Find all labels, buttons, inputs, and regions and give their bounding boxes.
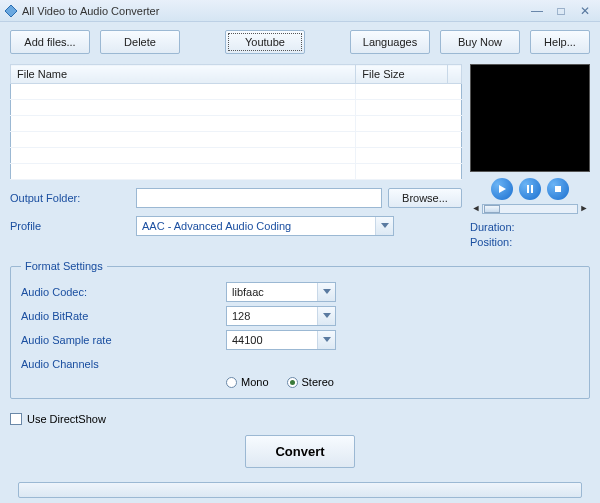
sample-rate-label: Audio Sample rate	[21, 334, 226, 346]
svg-marker-2	[499, 185, 506, 193]
format-settings-legend: Format Settings	[21, 260, 107, 272]
youtube-button[interactable]: Youtube	[225, 30, 305, 54]
table-row	[11, 164, 462, 180]
progress-bar	[18, 482, 582, 498]
file-list-table[interactable]: File Name File Size	[10, 64, 462, 180]
chevron-down-icon[interactable]	[375, 217, 393, 235]
profile-value: AAC - Advanced Audio Coding	[137, 220, 375, 232]
close-button[interactable]: ✕	[574, 3, 596, 19]
add-files-button[interactable]: Add files...	[10, 30, 90, 54]
use-directshow-checkbox[interactable]	[10, 413, 22, 425]
title-bar: All Video to Audio Converter — □ ✕	[0, 0, 600, 22]
format-settings-group: Format Settings Audio Codec: libfaac Aud…	[10, 260, 590, 399]
svg-marker-7	[323, 313, 331, 318]
use-directshow-label: Use DirectShow	[27, 413, 106, 425]
profile-label: Profile	[10, 220, 130, 232]
play-button[interactable]	[491, 178, 513, 200]
maximize-button[interactable]: □	[550, 3, 572, 19]
bitrate-label: Audio BitRate	[21, 310, 226, 322]
column-file-size[interactable]: File Size	[356, 65, 447, 84]
svg-marker-0	[5, 5, 17, 17]
mono-radio[interactable]: Mono	[226, 376, 269, 388]
output-folder-label: Output Folder:	[10, 192, 130, 204]
languages-button[interactable]: Languages	[350, 30, 430, 54]
convert-button[interactable]: Convert	[245, 435, 355, 468]
stereo-radio[interactable]: Stereo	[287, 376, 334, 388]
sample-rate-select[interactable]: 44100	[226, 330, 336, 350]
slider-thumb[interactable]	[484, 205, 500, 213]
chevron-down-icon[interactable]	[317, 331, 335, 349]
svg-rect-3	[527, 185, 529, 193]
browse-button[interactable]: Browse...	[388, 188, 462, 208]
toolbar: Add files... Delete Youtube Languages Bu…	[10, 30, 590, 54]
table-row	[11, 84, 462, 100]
codec-label: Audio Codec:	[21, 286, 226, 298]
column-file-name[interactable]: File Name	[11, 65, 356, 84]
profile-select[interactable]: AAC - Advanced Audio Coding	[136, 216, 394, 236]
preview-screen	[470, 64, 590, 172]
position-slider[interactable]: ◄ ►	[470, 202, 590, 216]
svg-marker-8	[323, 337, 331, 342]
table-row	[11, 148, 462, 164]
svg-marker-1	[381, 223, 389, 228]
pause-button[interactable]	[519, 178, 541, 200]
table-row	[11, 116, 462, 132]
slider-left-arrow[interactable]: ◄	[470, 203, 482, 215]
table-row	[11, 100, 462, 116]
svg-rect-5	[555, 186, 561, 192]
channels-label: Audio Channels	[21, 358, 579, 370]
app-icon	[4, 4, 18, 18]
buy-now-button[interactable]: Buy Now	[440, 30, 520, 54]
window-title: All Video to Audio Converter	[22, 5, 526, 17]
slider-right-arrow[interactable]: ►	[578, 203, 590, 215]
minimize-button[interactable]: —	[526, 3, 548, 19]
svg-marker-6	[323, 289, 331, 294]
position-label: Position:	[470, 235, 590, 250]
output-folder-input[interactable]	[136, 188, 382, 208]
chevron-down-icon[interactable]	[317, 283, 335, 301]
duration-label: Duration:	[470, 220, 590, 235]
codec-select[interactable]: libfaac	[226, 282, 336, 302]
stop-button[interactable]	[547, 178, 569, 200]
chevron-down-icon[interactable]	[317, 307, 335, 325]
delete-button[interactable]: Delete	[100, 30, 180, 54]
svg-rect-4	[531, 185, 533, 193]
bitrate-select[interactable]: 128	[226, 306, 336, 326]
table-row	[11, 132, 462, 148]
help-button[interactable]: Help...	[530, 30, 590, 54]
